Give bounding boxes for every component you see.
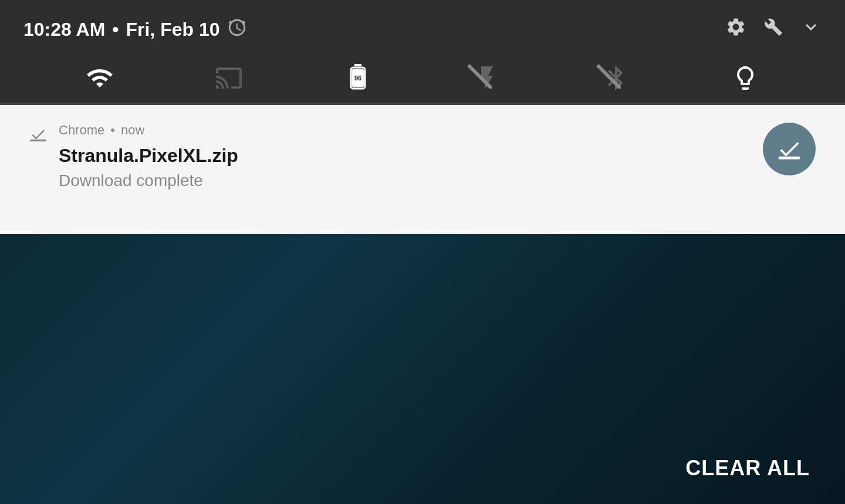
notification-app-name: Chrome bbox=[59, 123, 104, 138]
notification-card: Chrome • now Stranula.PixelXL.zip Downlo… bbox=[0, 105, 845, 234]
status-bar: 10:28 AM • Fri, Feb 10 bbox=[0, 0, 845, 103]
svg-rect-6 bbox=[30, 140, 46, 141]
time-date-display: 10:28 AM • Fri, Feb 10 bbox=[23, 18, 247, 42]
torch-toggle[interactable] bbox=[722, 60, 769, 96]
notification-header-dot: • bbox=[110, 123, 115, 138]
time-date-separator: • bbox=[112, 19, 119, 40]
status-bar-top: 10:28 AM • Fri, Feb 10 bbox=[23, 0, 822, 53]
svg-line-4 bbox=[468, 65, 492, 89]
date-display: Fri, Feb 10 bbox=[126, 19, 220, 40]
svg-text:96: 96 bbox=[354, 75, 361, 82]
notification-title: Stranula.PixelXL.zip bbox=[59, 145, 238, 167]
svg-line-5 bbox=[597, 65, 621, 89]
wrench-icon[interactable] bbox=[764, 18, 783, 41]
notification-subtitle: Download complete bbox=[59, 171, 238, 190]
alarm-clock-icon bbox=[227, 18, 247, 42]
time-display: 10:28 AM bbox=[23, 19, 105, 40]
notification-header: Chrome • now bbox=[59, 123, 238, 138]
flashlight-toggle[interactable] bbox=[464, 60, 511, 96]
chevron-down-icon[interactable] bbox=[800, 16, 822, 42]
notification-app-icon bbox=[29, 126, 47, 146]
bluetooth-toggle[interactable] bbox=[593, 60, 640, 96]
clear-all-button[interactable]: CLEAR ALL bbox=[685, 456, 810, 481]
notification-action-button[interactable] bbox=[763, 123, 816, 175]
settings-icon[interactable] bbox=[725, 16, 746, 42]
svg-rect-7 bbox=[779, 157, 800, 160]
notification-text: Chrome • now Stranula.PixelXL.zip Downlo… bbox=[59, 123, 238, 190]
wifi-toggle[interactable] bbox=[76, 60, 123, 96]
battery-toggle[interactable]: 96 bbox=[334, 60, 381, 96]
notification-content-left: Chrome • now Stranula.PixelXL.zip Downlo… bbox=[29, 123, 238, 190]
quick-toggles-row: 96 bbox=[23, 53, 822, 103]
bottom-backdrop: CLEAR ALL bbox=[0, 234, 845, 504]
cast-toggle[interactable] bbox=[205, 60, 252, 96]
notification-time: now bbox=[121, 123, 144, 138]
status-bar-actions bbox=[725, 16, 822, 42]
